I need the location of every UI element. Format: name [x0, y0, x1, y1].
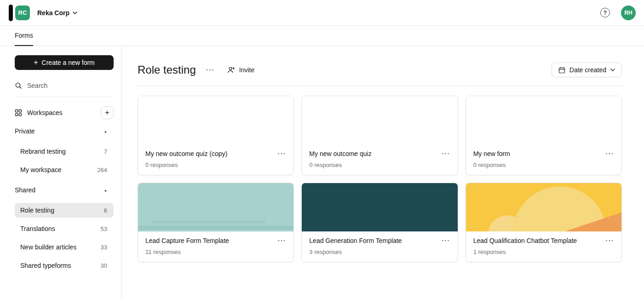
invite-person-icon	[227, 66, 235, 74]
sidebar-item-shared-typeforms[interactable]: Shared typeforms 30	[15, 258, 114, 273]
item-label: Rebrand testing	[20, 148, 66, 155]
item-label: Translations	[20, 225, 55, 232]
form-thumbnail	[138, 183, 293, 231]
section-label: Shared	[15, 186, 35, 194]
responses-count: 0 responses	[473, 162, 614, 168]
invite-button[interactable]: Invite	[227, 66, 254, 74]
form-card[interactable]: My new form ··· 0 responses	[466, 96, 622, 175]
thumbnail-illustration	[152, 220, 266, 223]
form-thumbnail	[302, 183, 457, 231]
form-card[interactable]: Lead Qualification Chatbot Template ··· …	[466, 183, 622, 262]
tab-bar: Forms	[0, 26, 644, 46]
thumbnail-illustration	[138, 226, 293, 230]
chevron-down-icon	[73, 12, 77, 14]
item-label: Shared typeforms	[20, 262, 71, 269]
item-label: My workspace	[20, 166, 61, 173]
form-title: My new outcome quiz (copy)	[145, 150, 227, 157]
more-options-icon[interactable]: ···	[274, 237, 287, 244]
form-thumbnail	[466, 183, 621, 231]
item-count: 33	[101, 244, 107, 251]
tab-forms[interactable]: Forms	[15, 32, 33, 46]
workspaces-label: Workspaces	[27, 109, 63, 116]
sidebar: + Create a new form Search Workspaces + …	[0, 46, 122, 300]
section-private[interactable]: Private ▲	[15, 122, 114, 140]
user-avatar[interactable]: RH	[621, 6, 636, 20]
form-card[interactable]: My new outcome quiz ··· 0 responses	[301, 96, 458, 175]
calendar-icon	[558, 67, 565, 74]
form-title: Lead Capture Form Template	[145, 237, 229, 244]
more-options-icon[interactable]: ···	[438, 150, 450, 157]
workspaces-grid-icon	[15, 109, 22, 116]
sort-label: Date created	[569, 66, 606, 74]
form-thumbnail	[466, 96, 621, 144]
org-switcher[interactable]: Reka Corp	[34, 9, 80, 17]
form-card[interactable]: Lead Generation Form Template ··· 3 resp…	[301, 183, 458, 262]
forms-grid: My new outcome quiz (copy) ··· 0 respons…	[138, 96, 622, 262]
more-options-icon[interactable]: ···	[602, 150, 615, 157]
search-placeholder: Search	[27, 82, 47, 89]
item-count: 53	[101, 225, 107, 232]
form-title: Lead Qualification Chatbot Template	[473, 237, 577, 244]
section-shared[interactable]: Shared ▲	[15, 181, 114, 199]
sidebar-item-role-testing[interactable]: Role testing 6	[15, 203, 114, 218]
sort-dropdown[interactable]: Date created	[552, 63, 622, 77]
responses-count: 1 responses	[473, 248, 614, 255]
plus-icon: +	[34, 59, 38, 66]
invite-label: Invite	[239, 66, 254, 74]
search-icon	[15, 82, 22, 89]
form-title: My new outcome quiz	[309, 150, 371, 157]
workspace-more-options-icon[interactable]: ···	[206, 66, 215, 74]
sidebar-item-new-builder-articles[interactable]: New builder articles 33	[15, 240, 114, 254]
workspaces-row: Workspaces +	[15, 105, 114, 120]
section-label: Private	[15, 127, 35, 135]
org-name: Reka Corp	[37, 9, 69, 17]
form-card[interactable]: My new outcome quiz (copy) ··· 0 respons…	[138, 96, 294, 175]
topbar: RC Reka Corp ? RH	[0, 0, 644, 26]
more-options-icon[interactable]: ···	[602, 237, 615, 244]
collapse-icon[interactable]: ▲	[104, 189, 107, 192]
form-title: My new form	[473, 150, 510, 157]
help-icon[interactable]: ?	[600, 8, 610, 17]
more-options-icon[interactable]: ···	[274, 150, 287, 157]
page-title: Role testing	[138, 63, 196, 76]
add-workspace-button[interactable]: +	[101, 106, 114, 119]
form-thumbnail	[302, 96, 457, 144]
responses-count: 3 responses	[309, 248, 450, 255]
header-divider	[138, 86, 622, 86]
main-content: Role testing ··· Invite Date created	[122, 46, 644, 300]
sidebar-item-rebrand-testing[interactable]: Rebrand testing 7	[15, 144, 114, 159]
item-label: Role testing	[20, 207, 54, 214]
chevron-down-icon	[610, 69, 615, 71]
item-count: 6	[104, 207, 107, 214]
responses-count: 0 responses	[145, 162, 286, 168]
search-input[interactable]: Search	[15, 82, 114, 97]
org-avatar[interactable]: RC	[15, 6, 30, 20]
responses-count: 0 responses	[309, 162, 450, 168]
form-title: Lead Generation Form Template	[309, 237, 402, 244]
workspaces-header[interactable]: Workspaces	[15, 109, 63, 116]
sidebar-item-translations[interactable]: Translations 53	[15, 221, 114, 236]
form-thumbnail	[138, 96, 293, 144]
responses-count: 11 responses	[145, 248, 286, 255]
item-count: 7	[104, 148, 107, 155]
sidebar-collapse-handle[interactable]	[9, 5, 13, 21]
sidebar-item-my-workspace[interactable]: My workspace 264	[15, 162, 114, 177]
collapse-icon[interactable]: ▲	[104, 130, 107, 133]
item-count: 264	[97, 167, 107, 173]
form-card[interactable]: Lead Capture Form Template ··· 11 respon…	[138, 183, 294, 262]
item-count: 30	[101, 262, 107, 269]
create-form-label: Create a new form	[42, 59, 95, 66]
more-options-icon[interactable]: ···	[438, 237, 450, 244]
item-label: New builder articles	[20, 243, 76, 251]
create-form-button[interactable]: + Create a new form	[15, 55, 114, 70]
